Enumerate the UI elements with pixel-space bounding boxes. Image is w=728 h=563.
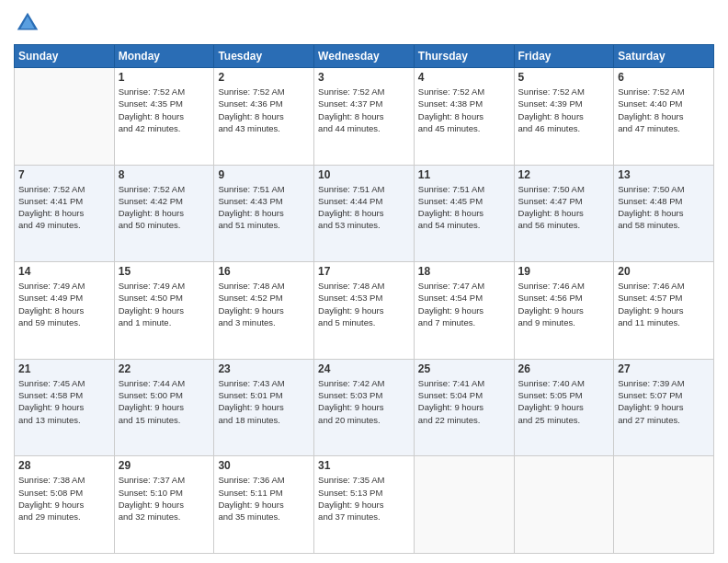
day-info: Sunrise: 7:38 AMSunset: 5:08 PMDaylight:… (18, 474, 110, 523)
day-cell: 28Sunrise: 7:38 AMSunset: 5:08 PMDayligh… (15, 456, 115, 554)
day-info: Sunrise: 7:52 AMSunset: 4:42 PMDaylight:… (119, 183, 210, 232)
day-info: Sunrise: 7:43 AMSunset: 5:01 PMDaylight:… (218, 377, 310, 426)
day-cell: 21Sunrise: 7:45 AMSunset: 4:58 PMDayligh… (15, 359, 115, 456)
day-cell (614, 456, 714, 554)
day-info: Sunrise: 7:49 AMSunset: 4:50 PMDaylight:… (119, 280, 210, 328)
day-number: 30 (218, 459, 310, 472)
day-number: 28 (18, 459, 110, 472)
day-number: 13 (618, 168, 710, 181)
day-number: 1 (119, 71, 210, 84)
week-row-1: 1Sunrise: 7:52 AMSunset: 4:35 PMDaylight… (15, 68, 714, 166)
day-cell: 2Sunrise: 7:52 AMSunset: 4:36 PMDaylight… (214, 68, 314, 166)
day-info: Sunrise: 7:52 AMSunset: 4:38 PMDaylight:… (418, 86, 510, 134)
day-cell: 7Sunrise: 7:52 AMSunset: 4:41 PMDaylight… (15, 165, 115, 262)
day-cell: 20Sunrise: 7:46 AMSunset: 4:57 PMDayligh… (614, 262, 714, 360)
weekday-header-saturday: Saturday (614, 45, 714, 68)
day-cell: 18Sunrise: 7:47 AMSunset: 4:54 PMDayligh… (414, 262, 514, 360)
day-info: Sunrise: 7:35 AMSunset: 5:13 PMDaylight:… (318, 474, 410, 523)
day-number: 4 (418, 71, 510, 84)
day-info: Sunrise: 7:52 AMSunset: 4:41 PMDaylight:… (18, 183, 110, 232)
weekday-header-wednesday: Wednesday (314, 45, 415, 68)
day-cell: 19Sunrise: 7:46 AMSunset: 4:56 PMDayligh… (514, 262, 614, 360)
day-info: Sunrise: 7:36 AMSunset: 5:11 PMDaylight:… (218, 474, 310, 523)
day-info: Sunrise: 7:44 AMSunset: 5:00 PMDaylight:… (119, 377, 210, 426)
day-info: Sunrise: 7:52 AMSunset: 4:40 PMDaylight:… (618, 86, 710, 134)
day-number: 23 (218, 362, 310, 375)
day-cell: 9Sunrise: 7:51 AMSunset: 4:43 PMDaylight… (214, 165, 314, 262)
day-number: 25 (418, 362, 510, 375)
day-info: Sunrise: 7:40 AMSunset: 5:05 PMDaylight:… (518, 377, 610, 426)
day-number: 15 (119, 265, 210, 278)
day-number: 27 (618, 362, 710, 375)
day-cell: 26Sunrise: 7:40 AMSunset: 5:05 PMDayligh… (514, 359, 614, 456)
day-cell: 6Sunrise: 7:52 AMSunset: 4:40 PMDaylight… (614, 68, 714, 166)
day-info: Sunrise: 7:41 AMSunset: 5:04 PMDaylight:… (418, 377, 510, 426)
day-number: 24 (318, 362, 410, 375)
day-cell: 13Sunrise: 7:50 AMSunset: 4:48 PMDayligh… (614, 165, 714, 262)
day-cell: 22Sunrise: 7:44 AMSunset: 5:00 PMDayligh… (114, 359, 214, 456)
day-cell: 27Sunrise: 7:39 AMSunset: 5:07 PMDayligh… (614, 359, 714, 456)
day-info: Sunrise: 7:52 AMSunset: 4:37 PMDaylight:… (318, 86, 410, 134)
header (14, 9, 714, 37)
weekday-header-friday: Friday (514, 45, 614, 68)
day-cell: 17Sunrise: 7:48 AMSunset: 4:53 PMDayligh… (314, 262, 415, 360)
day-info: Sunrise: 7:51 AMSunset: 4:45 PMDaylight:… (418, 183, 510, 232)
day-info: Sunrise: 7:52 AMSunset: 4:36 PMDaylight:… (218, 86, 310, 134)
day-cell: 31Sunrise: 7:35 AMSunset: 5:13 PMDayligh… (314, 456, 415, 554)
day-info: Sunrise: 7:47 AMSunset: 4:54 PMDaylight:… (418, 280, 510, 328)
day-cell: 1Sunrise: 7:52 AMSunset: 4:35 PMDaylight… (114, 68, 214, 166)
day-number: 2 (218, 71, 310, 84)
weekday-header-sunday: Sunday (15, 45, 115, 68)
day-info: Sunrise: 7:49 AMSunset: 4:49 PMDaylight:… (18, 280, 110, 328)
day-number: 6 (618, 71, 710, 84)
day-cell: 23Sunrise: 7:43 AMSunset: 5:01 PMDayligh… (214, 359, 314, 456)
day-info: Sunrise: 7:42 AMSunset: 5:03 PMDaylight:… (318, 377, 410, 426)
day-cell: 30Sunrise: 7:36 AMSunset: 5:11 PMDayligh… (214, 456, 314, 554)
day-number: 18 (418, 265, 510, 278)
day-cell (514, 456, 614, 554)
week-row-5: 28Sunrise: 7:38 AMSunset: 5:08 PMDayligh… (15, 456, 714, 554)
weekday-header-thursday: Thursday (414, 45, 514, 68)
day-cell: 3Sunrise: 7:52 AMSunset: 4:37 PMDaylight… (314, 68, 415, 166)
weekday-header-row: SundayMondayTuesdayWednesdayThursdayFrid… (15, 45, 714, 68)
day-number: 16 (218, 265, 310, 278)
day-number: 21 (18, 362, 110, 375)
day-number: 5 (518, 71, 610, 84)
day-number: 26 (518, 362, 610, 375)
day-number: 14 (18, 265, 110, 278)
day-number: 17 (318, 265, 410, 278)
day-number: 11 (418, 168, 510, 181)
day-number: 9 (218, 168, 310, 181)
day-cell: 24Sunrise: 7:42 AMSunset: 5:03 PMDayligh… (314, 359, 415, 456)
week-row-3: 14Sunrise: 7:49 AMSunset: 4:49 PMDayligh… (15, 262, 714, 360)
page: SundayMondayTuesdayWednesdayThursdayFrid… (0, 0, 728, 563)
day-info: Sunrise: 7:39 AMSunset: 5:07 PMDaylight:… (618, 377, 710, 426)
day-info: Sunrise: 7:51 AMSunset: 4:43 PMDaylight:… (218, 183, 310, 232)
day-info: Sunrise: 7:52 AMSunset: 4:39 PMDaylight:… (518, 86, 610, 134)
day-cell: 12Sunrise: 7:50 AMSunset: 4:47 PMDayligh… (514, 165, 614, 262)
day-info: Sunrise: 7:37 AMSunset: 5:10 PMDaylight:… (119, 474, 210, 523)
day-info: Sunrise: 7:52 AMSunset: 4:35 PMDaylight:… (119, 86, 210, 134)
week-row-4: 21Sunrise: 7:45 AMSunset: 4:58 PMDayligh… (15, 359, 714, 456)
day-cell: 10Sunrise: 7:51 AMSunset: 4:44 PMDayligh… (314, 165, 415, 262)
day-cell: 15Sunrise: 7:49 AMSunset: 4:50 PMDayligh… (114, 262, 214, 360)
day-number: 31 (318, 459, 410, 472)
day-cell: 11Sunrise: 7:51 AMSunset: 4:45 PMDayligh… (414, 165, 514, 262)
day-number: 7 (18, 168, 110, 181)
day-cell: 8Sunrise: 7:52 AMSunset: 4:42 PMDaylight… (114, 165, 214, 262)
day-number: 22 (119, 362, 210, 375)
day-cell (414, 456, 514, 554)
day-cell: 25Sunrise: 7:41 AMSunset: 5:04 PMDayligh… (414, 359, 514, 456)
day-number: 3 (318, 71, 410, 84)
calendar: SundayMondayTuesdayWednesdayThursdayFrid… (14, 44, 714, 554)
day-number: 19 (518, 265, 610, 278)
day-number: 12 (518, 168, 610, 181)
day-cell: 29Sunrise: 7:37 AMSunset: 5:10 PMDayligh… (114, 456, 214, 554)
week-row-2: 7Sunrise: 7:52 AMSunset: 4:41 PMDaylight… (15, 165, 714, 262)
day-info: Sunrise: 7:51 AMSunset: 4:44 PMDaylight:… (318, 183, 410, 232)
day-number: 8 (119, 168, 210, 181)
day-cell: 14Sunrise: 7:49 AMSunset: 4:49 PMDayligh… (15, 262, 115, 360)
day-info: Sunrise: 7:48 AMSunset: 4:52 PMDaylight:… (218, 280, 310, 328)
day-number: 29 (119, 459, 210, 472)
day-info: Sunrise: 7:48 AMSunset: 4:53 PMDaylight:… (318, 280, 410, 328)
